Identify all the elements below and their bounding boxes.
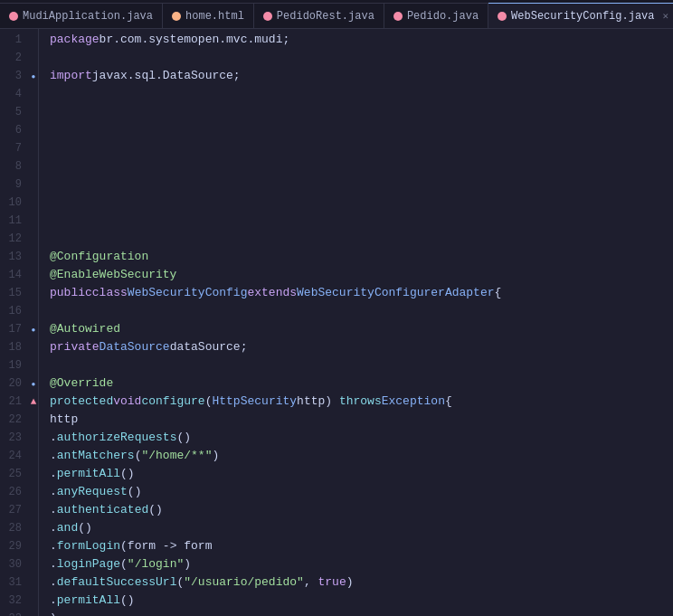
line-number: 24 xyxy=(0,450,29,462)
code-line: package br.com.systemopen.mvc.mudi; xyxy=(50,31,673,49)
line-number: 29 xyxy=(0,540,29,553)
line-number: 9 xyxy=(0,178,29,191)
java-icon xyxy=(263,12,272,21)
java-icon xyxy=(393,12,403,21)
code-line: public class WebSecurityConfig extends W… xyxy=(50,284,673,302)
code-line: import javax.sql.DataSource; xyxy=(50,67,673,85)
gutter-row: 31 xyxy=(0,573,38,592)
line-number: 5 xyxy=(0,106,29,118)
gutter-row: 7 xyxy=(0,139,38,157)
code-line: .permitAll() xyxy=(50,592,673,610)
tab-MudiApplication-java[interactable]: MudiApplication.java xyxy=(0,3,163,28)
tab-home-html[interactable]: home.html xyxy=(163,3,254,28)
line-number: 2 xyxy=(0,52,29,64)
code-line xyxy=(50,302,673,320)
gutter-row: 25 xyxy=(0,465,38,483)
dot-icon: ● xyxy=(32,326,36,334)
code-line xyxy=(50,230,673,248)
line-number: 10 xyxy=(0,196,29,209)
gutter-row: 21▲ xyxy=(0,393,38,411)
line-number: 28 xyxy=(0,522,29,535)
code-line: .defaultSuccessUrl("/usuario/pedido", tr… xyxy=(50,573,673,592)
code-line xyxy=(50,212,673,230)
code-line: .formLogin(form -> form xyxy=(50,537,673,555)
code-line xyxy=(50,356,673,374)
line-number: 22 xyxy=(0,413,29,426)
line-number: 31 xyxy=(0,576,29,589)
code-line: ) xyxy=(50,610,673,616)
tab-PedidoRest-java[interactable]: PedidoRest.java xyxy=(254,3,384,28)
tab-label: Pedido.java xyxy=(407,10,479,23)
gutter-row: 2 xyxy=(0,49,38,67)
line-number: 14 xyxy=(0,269,29,281)
tab-close-button[interactable]: ✕ xyxy=(663,10,669,22)
gutter-row: 10 xyxy=(0,194,38,212)
tab-bar: MudiApplication.javahome.htmlPedidoRest.… xyxy=(0,0,673,29)
gutter-row: 11 xyxy=(0,212,38,230)
gutter-row: 30 xyxy=(0,555,38,573)
code-line xyxy=(50,103,673,121)
html-icon xyxy=(172,12,181,21)
code-line: @Configuration xyxy=(50,248,673,266)
line-number: 20 xyxy=(0,377,29,390)
dot-icon: ● xyxy=(32,72,36,81)
gutter-row: 6 xyxy=(0,121,38,139)
editor: 123●4567891011121314151617●181920●21▲222… xyxy=(0,29,673,616)
line-number: 30 xyxy=(0,558,29,571)
line-number: 21 xyxy=(0,395,29,408)
line-number: 11 xyxy=(0,214,29,227)
line-number: 12 xyxy=(0,232,29,245)
gutter-row: 16 xyxy=(0,302,38,320)
line-number: 18 xyxy=(0,341,29,354)
code-line: .loginPage("/login") xyxy=(50,555,673,573)
code-line: @Override xyxy=(50,374,673,393)
tab-label: home.html xyxy=(185,10,244,23)
code-line xyxy=(50,175,673,194)
gutter-row: 12 xyxy=(0,230,38,248)
gutter: 123●4567891011121314151617●181920●21▲222… xyxy=(0,29,39,616)
gutter-row: 24 xyxy=(0,447,38,465)
code-line: .anyRequest() xyxy=(50,483,673,501)
code-line: .permitAll() xyxy=(50,465,673,483)
line-indicator: ▲ xyxy=(29,396,38,407)
line-indicator: ● xyxy=(29,380,38,388)
line-number: 8 xyxy=(0,160,29,173)
gutter-row: 13 xyxy=(0,248,38,266)
code-line: private DataSource dataSource; xyxy=(50,338,673,356)
code-line: @Autowired xyxy=(50,320,673,338)
line-number: 3 xyxy=(0,70,29,82)
gutter-row: 32 xyxy=(0,592,38,610)
line-number: 4 xyxy=(0,88,29,100)
gutter-row: 3● xyxy=(0,67,38,85)
tab-label: PedidoRest.java xyxy=(277,10,374,23)
code-line: @EnableWebSecurity xyxy=(50,266,673,284)
code-line: .authorizeRequests() xyxy=(50,429,673,447)
gutter-row: 1 xyxy=(0,31,38,49)
gutter-row: 33 xyxy=(0,610,38,616)
gutter-row: 18 xyxy=(0,338,38,356)
java-icon xyxy=(498,12,507,21)
code-line xyxy=(50,157,673,175)
tab-Pedido-java[interactable]: Pedido.java xyxy=(384,3,488,28)
code-line xyxy=(50,194,673,212)
gutter-row: 14 xyxy=(0,266,38,284)
gutter-row: 23 xyxy=(0,429,38,447)
tab-WebSecurityConfig-java[interactable]: WebSecurityConfig.java✕ xyxy=(488,3,673,28)
tab-label: MudiApplication.java xyxy=(23,10,153,23)
gutter-row: 20● xyxy=(0,374,38,393)
gutter-row: 22 xyxy=(0,411,38,429)
line-number: 32 xyxy=(0,594,29,607)
code-line xyxy=(50,49,673,67)
line-indicator: ● xyxy=(29,326,38,334)
line-number: 19 xyxy=(0,359,29,372)
dot-icon: ● xyxy=(32,380,36,388)
tab-label: WebSecurityConfig.java xyxy=(511,10,654,23)
line-number: 1 xyxy=(0,33,29,46)
code-line xyxy=(50,139,673,157)
line-number: 25 xyxy=(0,468,29,480)
code-line: .and() xyxy=(50,519,673,537)
line-number: 16 xyxy=(0,305,29,317)
gutter-row: 17● xyxy=(0,320,38,338)
gutter-row: 5 xyxy=(0,103,38,121)
line-number: 26 xyxy=(0,486,29,498)
